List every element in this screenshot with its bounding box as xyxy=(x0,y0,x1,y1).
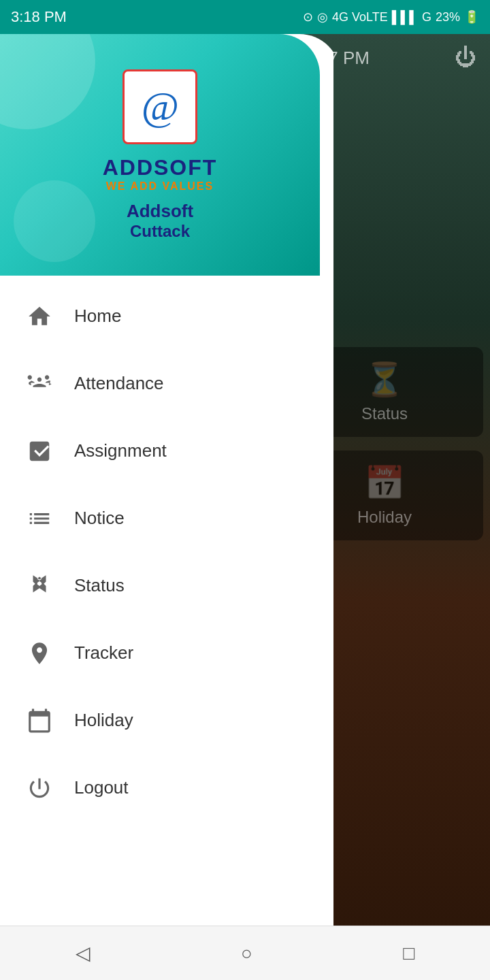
menu-item-holiday[interactable]: Holiday xyxy=(0,687,320,754)
menu-item-assignment[interactable]: Assignment xyxy=(0,417,320,485)
assignment-icon xyxy=(20,432,58,470)
home-label: Home xyxy=(74,306,121,327)
brand-name: ADDSOFT xyxy=(103,155,218,180)
logout-label: Logout xyxy=(74,777,129,798)
tracker-icon xyxy=(20,634,58,672)
menu-list: Home Attendance Assignment xyxy=(0,276,320,828)
status-bar: 3:18 PM ⊙ ◎ 4G VoLTE ▌▌▌ G 23% 🔋 xyxy=(0,0,490,34)
wifi-icon: ◎ xyxy=(317,10,328,24)
status-time: 3:18 PM xyxy=(11,8,67,26)
signal-icon: ▌▌▌ xyxy=(392,10,418,24)
menu-item-attendance[interactable]: Attendance xyxy=(0,350,320,417)
attendance-label: Attendance xyxy=(74,373,164,394)
back-button[interactable]: ◁ xyxy=(55,935,111,971)
brand-tagline: WE ADD VALUES xyxy=(106,180,214,193)
menu-item-logout[interactable]: Logout xyxy=(0,754,320,821)
logo-at-symbol: @ xyxy=(141,83,178,130)
user-location: Cuttack xyxy=(130,222,190,241)
navigation-drawer: @ ADDSOFT WE ADD VALUES Addsoft Cuttack … xyxy=(0,34,320,980)
status-icons: ⊙ ◎ 4G VoLTE ▌▌▌ G 23% 🔋 xyxy=(303,10,479,24)
holiday-label: Holiday xyxy=(74,710,133,731)
main-container: ⏻ 9 15:17 PM oon signment ⏳ Status 📅 Hol… xyxy=(0,34,490,980)
menu-item-tracker[interactable]: Tracker xyxy=(0,619,320,687)
location-icon: ⊙ xyxy=(303,10,313,24)
attendance-icon xyxy=(20,365,58,402)
user-name: Addsoft xyxy=(127,201,193,222)
status-label: Status xyxy=(74,575,125,596)
battery-text: 23% xyxy=(436,10,460,24)
home-icon xyxy=(20,297,58,335)
logo-container: @ xyxy=(122,69,197,144)
notice-label: Notice xyxy=(74,508,125,529)
notice-icon xyxy=(20,500,58,537)
menu-item-status[interactable]: Status xyxy=(0,552,320,619)
recent-button[interactable]: □ xyxy=(382,936,435,971)
home-button[interactable]: ○ xyxy=(220,936,273,971)
battery-icon: 🔋 xyxy=(464,10,479,24)
menu-item-home[interactable]: Home xyxy=(0,282,320,350)
g-icon: G xyxy=(422,10,431,24)
network-text: 4G VoLTE xyxy=(332,10,388,24)
tracker-label: Tracker xyxy=(74,642,133,664)
bottom-nav: ◁ ○ □ xyxy=(0,926,490,980)
drawer-header: @ ADDSOFT WE ADD VALUES Addsoft Cuttack xyxy=(0,34,320,276)
assignment-label: Assignment xyxy=(74,440,167,461)
status-icon xyxy=(20,567,58,604)
holiday-icon xyxy=(20,702,58,739)
menu-item-notice[interactable]: Notice xyxy=(0,485,320,552)
logout-icon xyxy=(20,769,58,806)
